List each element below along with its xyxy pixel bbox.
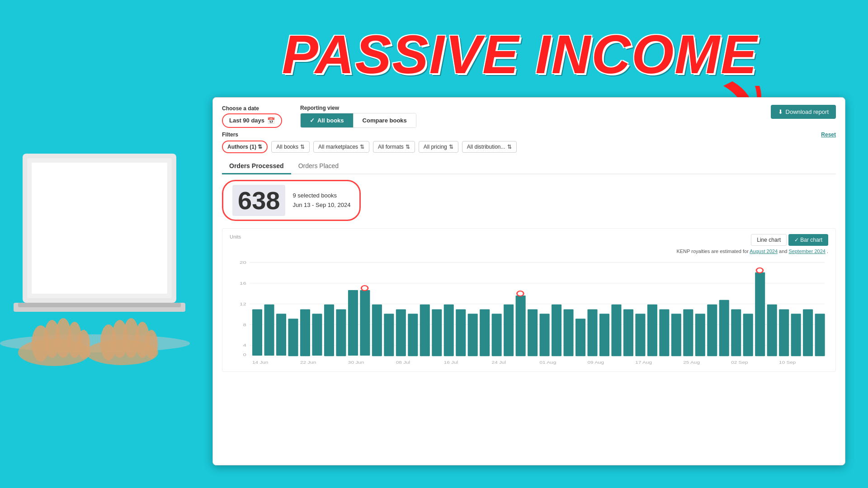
reporting-view-label: Reporting view — [300, 105, 416, 111]
svg-rect-66 — [671, 314, 681, 356]
svg-rect-63 — [635, 314, 645, 356]
stats-info: 9 selected books Jun 13 - Sep 10, 2024 — [292, 191, 350, 210]
svg-text:10 Sep: 10 Sep — [779, 360, 796, 364]
filters-section: Filters Reset Authors (1) ⇅ All books ⇅ … — [222, 131, 836, 153]
svg-rect-40 — [372, 305, 382, 357]
bar-chart-label: Bar chart — [800, 237, 822, 243]
authors-filter[interactable]: Authors (1) ⇅ — [222, 141, 268, 153]
svg-text:09 Aug: 09 Aug — [587, 360, 604, 364]
choose-date-label: Choose a date — [222, 105, 282, 112]
svg-rect-30 — [264, 305, 274, 356]
svg-rect-70 — [719, 300, 729, 356]
bar-chart-svg: 20 16 12 8 4 0 — [230, 258, 828, 366]
filters-label: Filters — [222, 131, 238, 138]
chart-controls: Line chart ✓ Bar chart KENP royalties ar… — [676, 234, 828, 254]
orders-count: 638 — [232, 185, 285, 216]
svg-text:01 Aug: 01 Aug — [540, 360, 557, 364]
books-chevron-icon: ⇅ — [300, 144, 305, 150]
svg-rect-4 — [32, 163, 167, 294]
svg-rect-65 — [659, 310, 669, 357]
distribution-filter[interactable]: All distribution... ⇅ — [462, 141, 517, 153]
kenp-link-august[interactable]: August 2024 — [750, 249, 778, 254]
all-books-filter[interactable]: All books ⇅ — [271, 141, 310, 153]
svg-rect-72 — [743, 314, 753, 356]
svg-rect-42 — [396, 310, 406, 357]
chart-container: Units Line chart ✓ Bar chart KENP royalt… — [222, 228, 836, 372]
svg-text:24 Jul: 24 Jul — [492, 360, 506, 364]
all-books-checkmark: ✓ — [310, 117, 315, 124]
download-report-button[interactable]: ⬇ Download report — [771, 105, 836, 119]
svg-rect-29 — [252, 310, 262, 356]
reporting-tabs: ✓ All books Compare books — [300, 113, 416, 128]
svg-rect-43 — [408, 314, 418, 356]
chart-header: Units Line chart ✓ Bar chart KENP royalt… — [230, 234, 828, 254]
tab-orders-placed[interactable]: Orders Placed — [291, 159, 346, 174]
svg-text:25 Aug: 25 Aug — [683, 360, 700, 364]
line-chart-label: Line chart — [757, 237, 781, 243]
svg-text:14 Jun: 14 Jun — [252, 360, 269, 364]
date-picker-button[interactable]: Last 90 days 📅 — [222, 113, 282, 128]
pricing-chevron-icon: ⇅ — [449, 144, 453, 150]
svg-rect-64 — [647, 305, 657, 357]
date-value: Last 90 days — [229, 117, 264, 124]
svg-point-53 — [517, 291, 524, 296]
formats-chevron-icon: ⇅ — [406, 144, 410, 150]
svg-rect-59 — [587, 310, 597, 357]
stats-row: 638 9 selected books Jun 13 - Sep 10, 20… — [222, 180, 836, 221]
svg-text:20: 20 — [240, 260, 246, 265]
svg-point-17 — [145, 330, 158, 359]
marketplaces-filter-label: All marketplaces — [318, 144, 358, 150]
kenp-note: KENP royalties are estimated for August … — [676, 249, 828, 254]
svg-rect-50 — [492, 314, 502, 356]
svg-rect-32 — [288, 319, 298, 356]
svg-text:30 Jun: 30 Jun — [348, 360, 364, 364]
svg-rect-79 — [815, 314, 825, 356]
filters-label-row: Filters Reset — [222, 131, 836, 138]
svg-rect-75 — [767, 305, 777, 357]
svg-rect-78 — [803, 310, 813, 357]
tab-orders-processed[interactable]: Orders Processed — [222, 159, 291, 174]
svg-rect-34 — [312, 314, 322, 356]
svg-rect-33 — [300, 310, 310, 357]
dashboard-panel: Choose a date Last 90 days 📅 Reporting v… — [212, 97, 845, 465]
svg-rect-46 — [444, 305, 454, 357]
pricing-filter-label: All pricing — [424, 144, 447, 150]
tab-compare-books[interactable]: Compare books — [353, 113, 416, 127]
svg-rect-71 — [731, 310, 741, 357]
orders-placed-label: Orders Placed — [298, 162, 339, 169]
formats-filter[interactable]: All formats ⇅ — [373, 141, 415, 153]
marketplaces-filter[interactable]: All marketplaces ⇅ — [313, 141, 369, 153]
date-reporting-row: Choose a date Last 90 days 📅 Reporting v… — [222, 105, 416, 128]
svg-text:22 Jun: 22 Jun — [300, 360, 316, 364]
kenp-link-september[interactable]: September 2024 — [789, 249, 826, 254]
download-icon: ⬇ — [778, 108, 783, 115]
formats-filter-label: All formats — [378, 144, 404, 150]
pricing-filter[interactable]: All pricing ⇅ — [419, 141, 458, 153]
calendar-icon: 📅 — [267, 117, 275, 124]
all-books-filter-label: All books — [276, 144, 298, 150]
svg-rect-62 — [623, 310, 633, 357]
svg-rect-76 — [779, 310, 789, 357]
line-chart-button[interactable]: Line chart — [751, 234, 787, 246]
bar-chart-button[interactable]: ✓ Bar chart — [788, 234, 828, 246]
svg-rect-5 — [18, 303, 181, 307]
svg-text:4: 4 — [243, 343, 246, 347]
svg-text:16 Jul: 16 Jul — [444, 360, 458, 364]
download-label: Download report — [786, 108, 829, 115]
chart-wrapper: 20 16 12 8 4 0 — [230, 258, 828, 366]
svg-rect-36 — [336, 310, 346, 357]
svg-rect-69 — [707, 305, 717, 357]
svg-rect-61 — [611, 305, 621, 357]
kenp-period: . — [827, 249, 828, 254]
passive-income-text: PASSIVE INCOME — [208, 27, 832, 81]
tab-all-books[interactable]: ✓ All books — [301, 113, 353, 127]
reset-filters-link[interactable]: Reset — [821, 131, 836, 138]
svg-rect-57 — [563, 310, 573, 357]
svg-rect-55 — [540, 314, 550, 356]
authors-filter-label: Authors (1) — [227, 144, 256, 150]
svg-text:8: 8 — [243, 322, 246, 327]
svg-text:08 Jul: 08 Jul — [396, 360, 410, 364]
svg-rect-47 — [456, 310, 466, 357]
kenp-note-text: KENP royalties are estimated for — [676, 249, 748, 254]
svg-rect-68 — [695, 314, 705, 356]
